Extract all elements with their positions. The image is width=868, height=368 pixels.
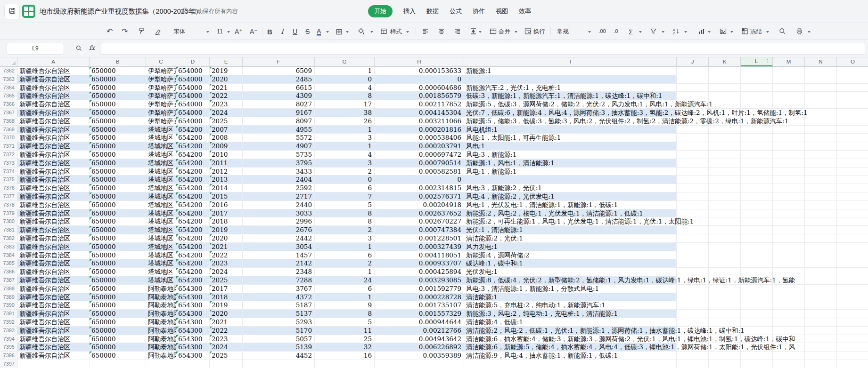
menu-tab-2[interactable]: 数据 [426,7,439,16]
grid-cell[interactable]: 阿勒泰地区 [146,310,176,318]
freeze-panes-icon[interactable] [741,27,749,35]
grid-cell[interactable]: 650000 [90,192,146,201]
chart-caret[interactable] [708,31,711,33]
grid-cell[interactable]: 风电:3，清洁能源:1，新能源:1，分散式风电:1 [464,285,677,293]
grid-cell[interactable] [741,126,773,134]
grid-cell[interactable]: 1 [315,293,375,302]
grid-cell[interactable]: 654200 [176,159,210,168]
grid-cell[interactable] [741,301,773,310]
grid-cell[interactable]: 新能源:5，储能:3，低碳:3，氢能:3，风电:2，光伏组件:2，制氢:2，清洁… [464,117,677,126]
menu-tab-6[interactable]: 效率 [519,7,531,16]
grid-cell[interactable] [677,201,709,209]
grid-cell[interactable] [741,217,773,226]
grid-cell[interactable] [464,176,677,184]
fill-color-icon[interactable] [357,27,365,35]
grid-cell[interactable]: 650000 [90,268,146,276]
grid-cell[interactable]: 2404 [243,176,315,184]
row-header[interactable]: 7368 [0,117,17,126]
grid-cell[interactable]: 塔城地区 [146,184,176,192]
grid-cell[interactable] [805,234,837,243]
grid-cell[interactable] [773,201,805,209]
grid-cell[interactable] [709,209,741,218]
grid-cell[interactable]: 5187 [243,301,315,310]
grid-cell[interactable] [805,134,837,142]
grid-cell[interactable]: 0.000944644 [375,318,464,327]
grid-cell[interactable] [805,360,837,368]
grid-cell[interactable]: 2348 [243,268,315,276]
grid-cell[interactable] [837,301,868,310]
grid-cell[interactable] [805,318,837,327]
grid-cell[interactable]: 11 [315,327,375,335]
grid-cell[interactable] [741,84,773,92]
grid-cell[interactable]: 新疆维吾尔自治区 [17,335,90,344]
grid-cell[interactable]: 新疆维吾尔自治区 [17,92,90,100]
grid-cell[interactable] [709,134,741,142]
grid-cell[interactable]: 2021 [210,243,243,251]
grid-cell[interactable]: 新疆维吾尔自治区 [17,100,90,109]
grid-cell[interactable]: 0.00204918 [375,201,464,209]
grid-cell[interactable]: 650000 [90,142,146,151]
eraser-icon[interactable] [154,27,162,35]
grid-cell[interactable]: 光伏:7，低碳:6，新能源:4，风电:4，源网荷储:3，抽水蓄能:3，氢能:2，… [464,109,677,117]
grid-cell[interactable] [741,192,773,201]
grid-cell[interactable]: 654000 [176,75,210,84]
grid-cell[interactable] [805,301,837,310]
row-header[interactable]: 7369 [0,126,17,134]
grid-cell[interactable]: 新疆维吾尔自治区 [17,285,90,293]
grid-cell[interactable] [677,352,709,360]
grid-cell[interactable]: 4 [315,84,375,92]
grid-cell[interactable]: 5 [315,201,375,209]
grid-cell[interactable]: 新疆维吾尔自治区 [17,134,90,142]
grid-cell[interactable]: 2021 [210,84,243,92]
grid-cell[interactable] [741,234,773,243]
grid-cell[interactable] [741,159,773,168]
grid-cell[interactable]: 654000 [176,92,210,100]
grid-cell[interactable]: 6 [315,184,375,192]
grid-cell[interactable]: 塔城地区 [146,234,176,243]
grid-cell[interactable]: 塔城地区 [146,276,176,285]
grid-cell[interactable]: 2017 [210,209,243,218]
grid-cell[interactable]: 650000 [90,151,146,159]
grid-cell[interactable]: 0.004118051 [375,251,464,260]
grid-cell[interactable] [677,209,709,218]
grid-cell[interactable]: 新疆维吾尔自治区 [17,352,90,360]
grid-cell[interactable]: 1 [315,126,375,134]
grid-cell[interactable] [773,159,805,168]
grid-cell[interactable] [805,142,837,151]
grid-cell[interactable] [677,268,709,276]
grid-cell[interactable]: 654200 [176,184,210,192]
grid-cell[interactable] [837,327,868,335]
grid-cell[interactable]: 新疆维吾尔自治区 [17,243,90,251]
column-header-H[interactable]: H [375,57,464,66]
grid-cell[interactable]: 654200 [176,151,210,159]
column-menu-icon[interactable]: ⋮ [765,57,770,65]
row-header[interactable]: 7391 [0,310,17,318]
grid-cell[interactable] [741,293,773,302]
grid-cell[interactable]: 阿勒泰地区 [146,327,176,335]
grid-cell[interactable]: 清洁能源:6，新能源:5，储能:4，抽水蓄能:4，风电:4，低碳:3，锂电池:1… [464,343,677,352]
grid-cell[interactable] [375,360,464,368]
grid-cell[interactable]: 新能源:5，低碳:3，源网荷储:2，储能:2，光伏:2，风力发电:1，风电:1，… [464,100,677,109]
grid-cell[interactable]: 2023 [210,259,243,268]
grid-cell[interactable]: 650000 [90,134,146,142]
row-header[interactable]: 7379 [0,209,17,218]
grid-cell[interactable] [805,209,837,218]
row-header[interactable]: 7374 [0,168,17,176]
row-header[interactable]: 7382 [0,234,17,243]
grid-cell[interactable]: 2011 [210,159,243,168]
grid-cell[interactable] [837,335,868,344]
grid-cell[interactable]: 塔城地区 [146,251,176,260]
grid-cell[interactable] [805,243,837,251]
grid-cell[interactable]: 新疆维吾尔自治区 [17,301,90,310]
grid-cell[interactable]: 2592 [243,184,315,192]
merge-cells-icon[interactable] [489,27,497,35]
grid-cell[interactable] [709,285,741,293]
row-header[interactable]: 7394 [0,335,17,344]
row-header[interactable]: 7389 [0,293,17,302]
grid-cell[interactable]: 光伏发电:1 [464,268,677,276]
grid-cell[interactable] [837,243,868,251]
column-header-K[interactable]: K [709,57,741,66]
grid-cell[interactable]: 塔城地区 [146,151,176,159]
grid-cell[interactable] [837,259,868,268]
row-header[interactable]: 7386 [0,268,17,276]
